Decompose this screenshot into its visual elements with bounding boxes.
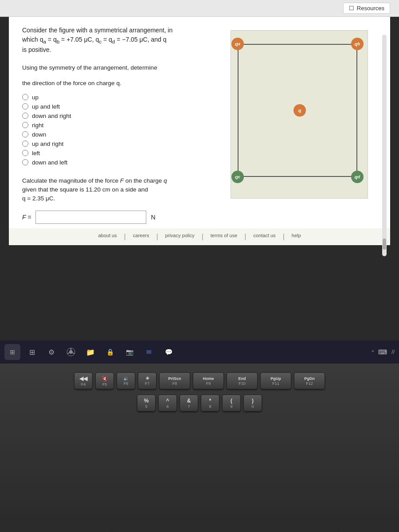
svg-line-4 xyxy=(67,353,70,354)
footer-contact[interactable]: contact us xyxy=(253,233,275,241)
key-f5[interactable]: 🔇 F5 xyxy=(95,372,114,389)
taskbar-settings[interactable]: ⚙ xyxy=(43,344,59,360)
radio-down-right[interactable] xyxy=(22,113,28,119)
key-f10-end[interactable]: End F10 xyxy=(227,372,258,389)
charge-qc: qc xyxy=(231,171,244,183)
footer-privacy[interactable]: privacy policy xyxy=(165,233,195,241)
scrollbar-thumb[interactable] xyxy=(383,239,386,250)
option-down[interactable]: down xyxy=(22,131,222,138)
taskbar-video[interactable]: 📷 xyxy=(121,344,137,360)
direction-question: Using the symmetry of the arrangement, d… xyxy=(22,63,222,88)
key-f7[interactable]: ☀ F7 xyxy=(138,372,156,389)
taskbar-lock[interactable]: 🔒 xyxy=(102,344,118,360)
option-down-left[interactable]: down and left xyxy=(22,159,222,166)
key-8[interactable]: * 8 xyxy=(201,395,219,411)
footer-help[interactable]: help xyxy=(292,233,301,241)
key-9[interactable]: ( 9 xyxy=(222,395,241,411)
svg-point-1 xyxy=(69,350,73,354)
option-up-left[interactable]: up and left xyxy=(22,103,222,110)
key-f11-pgup[interactable]: PgUp F11 xyxy=(260,372,291,389)
key-f12-pgdn[interactable]: PgDn F12 xyxy=(294,372,325,389)
radio-up-right[interactable] xyxy=(22,141,28,147)
taskbar-grid[interactable]: ⊞ xyxy=(24,344,40,360)
charge-qb: qb xyxy=(351,38,364,50)
radio-right[interactable] xyxy=(22,122,28,128)
number-key-row: % 5 ^ 6 & 7 * 8 ( 9 ) 0 xyxy=(137,395,262,411)
key-7[interactable]: & 7 xyxy=(180,395,198,411)
resources-label: Resources xyxy=(357,5,384,12)
footer-about[interactable]: about us xyxy=(98,233,117,241)
direction-radio-group: up up and left down and right right xyxy=(22,94,222,166)
diagram-panel: qa qb q qc qd xyxy=(231,26,377,199)
taskbar-files[interactable]: 📁 xyxy=(82,344,98,360)
taskbar-keyboard-icon: ⌨ xyxy=(378,348,387,356)
taskbar-chrome[interactable] xyxy=(63,344,79,360)
charge-diagram: qa qb q qc qd xyxy=(231,30,368,199)
unit-label: N xyxy=(151,214,155,221)
calculate-section: Calculate the magnitude of the force F o… xyxy=(22,176,222,224)
taskbar: ⊞ ⊞ ⚙ 📁 🔒 📷 ✉ 💬 ^ ⌨ // xyxy=(0,340,399,364)
key-0[interactable]: ) 0 xyxy=(243,395,262,411)
charge-qa: qa xyxy=(231,38,244,50)
question-text1: Using the symmetry of the arrangement, d… xyxy=(22,63,222,72)
footer-terms[interactable]: terms of use xyxy=(211,233,238,241)
radio-down-left[interactable] xyxy=(22,159,28,165)
resources-button[interactable]: ☐ Resources xyxy=(343,3,390,14)
force-label: F = xyxy=(22,214,31,221)
option-right[interactable]: right xyxy=(22,122,222,129)
footer: about us | careers | privacy policy | te… xyxy=(9,228,390,245)
footer-careers[interactable]: careers xyxy=(133,233,149,241)
key-5[interactable]: % 5 xyxy=(137,395,156,411)
key-f6[interactable]: 🔉 F6 xyxy=(117,372,135,389)
charge-qd: qd xyxy=(351,171,364,183)
problem-title: Consider the figure with a symmetrical a… xyxy=(22,26,222,55)
key-6[interactable]: ^ 6 xyxy=(158,395,177,411)
radio-down[interactable] xyxy=(22,131,28,137)
key-f8-prtscn[interactable]: PrtScn F8 xyxy=(159,372,190,389)
radio-up-left[interactable] xyxy=(22,103,28,110)
question-text2: the direction of the force on charge q. xyxy=(22,79,222,88)
option-down-right[interactable]: down and right xyxy=(22,113,222,119)
option-up[interactable]: up xyxy=(22,94,222,101)
radio-left[interactable] xyxy=(22,150,28,156)
resources-icon: ☐ xyxy=(349,5,354,12)
keyboard: ◀◀ F4 🔇 F5 🔉 F6 ☀ F7 PrtScn F8 Home F9 E… xyxy=(0,364,399,532)
taskbar-email[interactable]: ✉ xyxy=(141,344,157,360)
taskbar-wifi: // xyxy=(391,349,395,355)
taskbar-chevron[interactable]: ^ xyxy=(372,349,374,355)
calc-description: Calculate the magnitude of the force F o… xyxy=(22,176,222,203)
charge-q: q xyxy=(293,104,306,117)
radio-up[interactable] xyxy=(22,94,28,100)
option-up-right[interactable]: up and right xyxy=(22,141,222,147)
taskbar-start[interactable]: ⊞ xyxy=(4,344,20,360)
option-left[interactable]: left xyxy=(22,150,222,156)
scrollbar[interactable] xyxy=(382,35,387,256)
taskbar-status: ^ ⌨ // xyxy=(372,348,395,356)
key-f4[interactable]: ◀◀ F4 xyxy=(74,372,93,389)
key-f9-home[interactable]: Home F9 xyxy=(193,372,224,389)
svg-line-3 xyxy=(73,353,75,354)
function-key-row: ◀◀ F4 🔇 F5 🔉 F6 ☀ F7 PrtScn F8 Home F9 E… xyxy=(74,372,325,389)
taskbar-chat[interactable]: 💬 xyxy=(160,344,176,360)
force-input[interactable] xyxy=(35,211,146,224)
